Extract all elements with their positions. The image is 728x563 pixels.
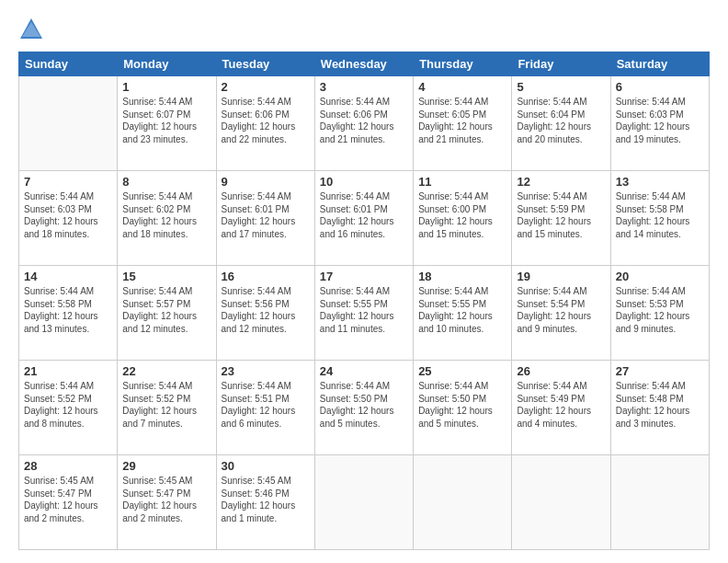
day-number: 4 xyxy=(418,80,506,94)
calendar-cell xyxy=(314,455,413,550)
day-info: Sunrise: 5:44 AM Sunset: 6:03 PM Dayligh… xyxy=(24,190,112,240)
day-info: Sunrise: 5:44 AM Sunset: 6:00 PM Dayligh… xyxy=(418,190,506,240)
day-number: 9 xyxy=(222,175,310,189)
day-info: Sunrise: 5:44 AM Sunset: 5:55 PM Dayligh… xyxy=(320,285,408,335)
weekday-header-thursday: Thursday xyxy=(414,52,512,76)
day-info: Sunrise: 5:44 AM Sunset: 6:02 PM Dayligh… xyxy=(122,190,210,240)
day-info: Sunrise: 5:44 AM Sunset: 6:01 PM Dayligh… xyxy=(320,190,408,240)
day-info: Sunrise: 5:44 AM Sunset: 6:06 PM Dayligh… xyxy=(222,96,310,145)
calendar-cell: 27Sunrise: 5:44 AM Sunset: 5:48 PM Dayli… xyxy=(610,361,709,455)
calendar-cell: 29Sunrise: 5:45 AM Sunset: 5:47 PM Dayli… xyxy=(118,455,216,550)
day-info: Sunrise: 5:44 AM Sunset: 6:07 PM Dayligh… xyxy=(122,96,210,145)
weekday-header-sunday: Sunday xyxy=(19,52,118,76)
weekday-header-monday: Monday xyxy=(118,52,216,76)
calendar-cell: 30Sunrise: 5:45 AM Sunset: 5:46 PM Dayli… xyxy=(216,455,314,550)
day-info: Sunrise: 5:44 AM Sunset: 5:54 PM Dayligh… xyxy=(517,285,605,335)
day-number: 29 xyxy=(122,459,210,473)
day-number: 2 xyxy=(222,80,310,94)
calendar-week-row: 7Sunrise: 5:44 AM Sunset: 6:03 PM Daylig… xyxy=(19,171,710,266)
day-number: 7 xyxy=(24,175,112,189)
day-info: Sunrise: 5:44 AM Sunset: 5:57 PM Dayligh… xyxy=(122,285,210,335)
calendar-cell: 28Sunrise: 5:45 AM Sunset: 5:47 PM Dayli… xyxy=(19,455,118,550)
day-number: 22 xyxy=(122,364,210,378)
day-info: Sunrise: 5:44 AM Sunset: 5:59 PM Dayligh… xyxy=(517,190,605,240)
calendar-cell xyxy=(610,455,709,550)
calendar-cell: 5Sunrise: 5:44 AM Sunset: 6:04 PM Daylig… xyxy=(512,76,610,171)
day-info: Sunrise: 5:44 AM Sunset: 5:58 PM Dayligh… xyxy=(24,285,112,335)
header xyxy=(18,17,710,42)
calendar-cell: 21Sunrise: 5:44 AM Sunset: 5:52 PM Dayli… xyxy=(19,361,118,455)
weekday-header-saturday: Saturday xyxy=(610,52,709,76)
calendar-cell: 6Sunrise: 5:44 AM Sunset: 6:03 PM Daylig… xyxy=(610,76,709,171)
day-number: 3 xyxy=(320,80,408,94)
day-number: 6 xyxy=(616,80,704,94)
day-number: 25 xyxy=(418,364,506,378)
day-number: 10 xyxy=(320,175,408,189)
calendar-cell xyxy=(19,76,118,171)
calendar-cell: 20Sunrise: 5:44 AM Sunset: 5:53 PM Dayli… xyxy=(610,266,709,361)
weekday-header-friday: Friday xyxy=(512,52,610,76)
calendar-cell: 23Sunrise: 5:44 AM Sunset: 5:51 PM Dayli… xyxy=(216,361,314,455)
day-info: Sunrise: 5:44 AM Sunset: 5:49 PM Dayligh… xyxy=(517,380,605,430)
calendar-cell: 24Sunrise: 5:44 AM Sunset: 5:50 PM Dayli… xyxy=(314,361,413,455)
day-number: 30 xyxy=(222,459,310,473)
day-number: 15 xyxy=(122,270,210,283)
day-info: Sunrise: 5:44 AM Sunset: 5:50 PM Dayligh… xyxy=(320,380,408,430)
day-number: 21 xyxy=(24,364,112,378)
day-number: 19 xyxy=(517,270,605,283)
calendar-cell xyxy=(512,455,610,550)
day-number: 26 xyxy=(517,364,605,378)
calendar-table: SundayMondayTuesdayWednesdayThursdayFrid… xyxy=(18,52,710,550)
calendar-cell: 15Sunrise: 5:44 AM Sunset: 5:57 PM Dayli… xyxy=(118,266,216,361)
calendar-cell: 2Sunrise: 5:44 AM Sunset: 6:06 PM Daylig… xyxy=(216,76,314,171)
day-number: 8 xyxy=(122,175,210,189)
calendar-cell: 8Sunrise: 5:44 AM Sunset: 6:02 PM Daylig… xyxy=(118,171,216,266)
calendar-header-row: SundayMondayTuesdayWednesdayThursdayFrid… xyxy=(19,52,710,76)
day-number: 12 xyxy=(517,175,605,189)
day-number: 27 xyxy=(616,364,704,378)
day-number: 5 xyxy=(517,80,605,94)
calendar-cell: 17Sunrise: 5:44 AM Sunset: 5:55 PM Dayli… xyxy=(314,266,413,361)
day-info: Sunrise: 5:44 AM Sunset: 5:52 PM Dayligh… xyxy=(24,380,112,430)
calendar-cell: 14Sunrise: 5:44 AM Sunset: 5:58 PM Dayli… xyxy=(19,266,118,361)
calendar-cell: 11Sunrise: 5:44 AM Sunset: 6:00 PM Dayli… xyxy=(414,171,512,266)
day-number: 23 xyxy=(222,364,310,378)
day-info: Sunrise: 5:45 AM Sunset: 5:47 PM Dayligh… xyxy=(122,475,210,524)
day-number: 24 xyxy=(320,364,408,378)
day-number: 14 xyxy=(24,270,112,283)
day-info: Sunrise: 5:44 AM Sunset: 5:50 PM Dayligh… xyxy=(418,380,506,430)
day-info: Sunrise: 5:44 AM Sunset: 6:04 PM Dayligh… xyxy=(517,96,605,145)
calendar-cell: 19Sunrise: 5:44 AM Sunset: 5:54 PM Dayli… xyxy=(512,266,610,361)
calendar-cell: 18Sunrise: 5:44 AM Sunset: 5:55 PM Dayli… xyxy=(414,266,512,361)
day-info: Sunrise: 5:44 AM Sunset: 5:56 PM Dayligh… xyxy=(222,285,310,335)
calendar-cell: 26Sunrise: 5:44 AM Sunset: 5:49 PM Dayli… xyxy=(512,361,610,455)
day-info: Sunrise: 5:44 AM Sunset: 6:01 PM Dayligh… xyxy=(222,190,310,240)
calendar-week-row: 1Sunrise: 5:44 AM Sunset: 6:07 PM Daylig… xyxy=(19,76,710,171)
day-number: 28 xyxy=(24,459,112,473)
weekday-header-tuesday: Tuesday xyxy=(216,52,314,76)
calendar-week-row: 21Sunrise: 5:44 AM Sunset: 5:52 PM Dayli… xyxy=(19,361,710,455)
calendar-cell: 10Sunrise: 5:44 AM Sunset: 6:01 PM Dayli… xyxy=(314,171,413,266)
day-number: 11 xyxy=(418,175,506,189)
weekday-header-wednesday: Wednesday xyxy=(314,52,413,76)
calendar-cell: 9Sunrise: 5:44 AM Sunset: 6:01 PM Daylig… xyxy=(216,171,314,266)
day-number: 16 xyxy=(222,270,310,283)
day-info: Sunrise: 5:44 AM Sunset: 6:05 PM Dayligh… xyxy=(418,96,506,145)
calendar-cell: 22Sunrise: 5:44 AM Sunset: 5:52 PM Dayli… xyxy=(118,361,216,455)
day-number: 20 xyxy=(616,270,704,283)
calendar-cell: 13Sunrise: 5:44 AM Sunset: 5:58 PM Dayli… xyxy=(610,171,709,266)
day-number: 13 xyxy=(616,175,704,189)
day-info: Sunrise: 5:44 AM Sunset: 5:52 PM Dayligh… xyxy=(122,380,210,430)
calendar-cell: 7Sunrise: 5:44 AM Sunset: 6:03 PM Daylig… xyxy=(19,171,118,266)
calendar-week-row: 14Sunrise: 5:44 AM Sunset: 5:58 PM Dayli… xyxy=(19,266,710,361)
day-number: 17 xyxy=(320,270,408,283)
calendar-cell xyxy=(414,455,512,550)
calendar-cell: 12Sunrise: 5:44 AM Sunset: 5:59 PM Dayli… xyxy=(512,171,610,266)
day-info: Sunrise: 5:44 AM Sunset: 5:53 PM Dayligh… xyxy=(616,285,704,335)
calendar-cell: 4Sunrise: 5:44 AM Sunset: 6:05 PM Daylig… xyxy=(414,76,512,171)
page: SundayMondayTuesdayWednesdayThursdayFrid… xyxy=(0,0,728,563)
svg-marker-1 xyxy=(22,22,40,37)
day-info: Sunrise: 5:44 AM Sunset: 5:55 PM Dayligh… xyxy=(418,285,506,335)
calendar-cell: 1Sunrise: 5:44 AM Sunset: 6:07 PM Daylig… xyxy=(118,76,216,171)
day-info: Sunrise: 5:45 AM Sunset: 5:47 PM Dayligh… xyxy=(24,475,112,524)
